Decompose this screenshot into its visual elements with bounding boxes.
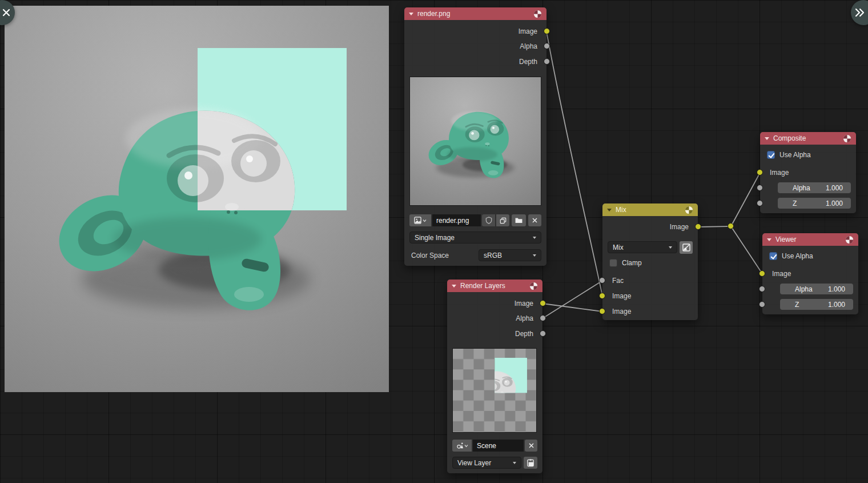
link-image-to-mix[interactable] [546,31,602,296]
scene-icon [456,442,464,449]
clamp-label: Clamp [622,259,642,267]
output-label-alpha: Alpha [516,314,533,322]
use-alpha-checkbox[interactable] [767,151,775,159]
input-socket-alpha[interactable] [759,286,765,292]
node-composite[interactable]: Composite Use Alpha Image Alpha 1.000 Z … [760,132,856,213]
chevron-down-icon [533,254,536,257]
input-socket-image[interactable] [757,169,763,175]
render-layer-button[interactable] [524,457,537,469]
open-image-button[interactable] [512,214,526,226]
unlink-scene-button[interactable] [525,440,537,452]
scene-browse-button[interactable] [452,440,472,452]
backdrop-image [5,6,389,392]
input-socket-alpha[interactable] [757,185,763,191]
node-viewer-header[interactable]: Viewer [762,233,858,246]
node-render-layers-title: Render Layers [460,282,505,290]
output-socket-alpha[interactable] [540,315,546,321]
chevron-down-icon [513,462,516,464]
node-composite-header[interactable]: Composite [760,132,856,145]
z-value-field[interactable]: Z 1.000 [780,299,853,310]
node-preview-sphere-icon [685,206,693,214]
output-socket-image[interactable] [695,223,701,230]
render-layers-preview [452,348,537,433]
output-label-image: Image [670,223,689,231]
collapse-arrow-icon[interactable] [607,209,612,211]
node-image-header[interactable]: render.png [404,7,546,20]
node-preview-sphere-icon [845,235,854,244]
input-socket-fac[interactable] [599,277,605,284]
use-alpha-label: Use Alpha [779,151,811,159]
copy-icon [500,217,507,224]
image-browse-button[interactable] [409,214,431,226]
node-preview-sphere-icon [529,282,538,290]
fake-user-button[interactable] [482,214,495,226]
node-render-layers-header[interactable]: Render Layers [447,280,542,292]
output-label-depth: Depth [519,58,537,66]
node-mix-title: Mix [616,206,626,214]
node-render-layers[interactable]: Render Layers Image Alpha Depth Scene [447,280,542,473]
z-value-field[interactable]: Z 1.000 [778,198,851,209]
output-socket-alpha[interactable] [544,43,550,49]
shield-icon [485,217,492,224]
output-socket-depth[interactable] [540,330,546,337]
unlink-image-button[interactable] [528,214,541,226]
output-socket-image[interactable] [544,28,550,34]
input-label-image: Image [772,270,791,278]
image-name-field[interactable]: render.png [432,214,481,226]
image-alpha-icon [682,244,690,252]
view-layer-dropdown[interactable]: View Layer [452,457,521,469]
node-viewer[interactable]: Viewer Use Alpha Image Alpha 1.000 Z 1.0… [762,233,858,314]
alpha-value-field[interactable]: Alpha 1.000 [778,182,851,193]
scene-name-field[interactable]: Scene [473,440,524,452]
render-still-icon [527,459,535,467]
input-socket-image[interactable] [759,270,765,277]
color-space-label: Color Space [411,252,449,260]
output-label-depth: Depth [515,330,533,338]
color-space-dropdown[interactable]: sRGB [479,249,541,261]
reroute-node[interactable] [728,223,734,229]
duplicate-datablock-button[interactable] [496,214,509,226]
image-source-dropdown[interactable]: Single Image [409,231,541,244]
link-renderlayers-alpha-to-fac[interactable] [542,281,602,318]
input-label-image1: Image [612,292,631,300]
input-label-image2: Image [612,308,631,316]
blend-mode-dropdown[interactable]: Mix [608,241,677,253]
close-icon [529,443,534,448]
use-alpha-toggle-button[interactable] [680,241,693,254]
collapse-arrow-icon[interactable] [767,238,771,241]
input-socket-z[interactable] [759,301,765,308]
use-alpha-checkbox[interactable] [769,252,777,260]
expand-sidebar-button[interactable] [851,0,868,25]
link-mix-to-reroute[interactable] [698,226,731,227]
input-socket-image2[interactable] [599,308,605,314]
node-image[interactable]: render.png Image Alpha Depth render.png [404,7,546,266]
input-label-image: Image [770,169,789,177]
close-icon [532,218,537,223]
use-alpha-label: Use Alpha [782,252,813,260]
node-mix[interactable]: Mix Image Mix Clamp Fac Image Image [602,203,698,320]
node-preview-sphere-icon [843,134,851,143]
output-socket-image[interactable] [540,300,546,306]
output-label-image: Image [515,300,533,308]
double-chevron-right-icon [854,7,866,18]
output-socket-depth[interactable] [544,58,550,65]
link-renderlayers-image-to-mix[interactable] [542,304,602,312]
link-reroute-to-composite[interactable] [731,173,760,226]
node-mix-header[interactable]: Mix [602,203,698,216]
clamp-checkbox[interactable] [609,259,617,267]
collapse-arrow-icon[interactable] [452,285,456,288]
collapse-arrow-icon[interactable] [765,137,769,140]
compositor-node-editor: render.png Image Alpha Depth render.png [0,0,868,483]
close-icon [2,8,11,17]
collapse-arrow-icon[interactable] [409,13,413,15]
alpha-value-field[interactable]: Alpha 1.000 [780,284,853,294]
chevron-down-icon [423,219,427,222]
node-image-title: render.png [417,10,450,18]
chevron-down-icon [669,246,672,249]
input-socket-z[interactable] [757,200,763,206]
link-reroute-to-viewer[interactable] [731,226,762,274]
input-socket-image1[interactable] [599,293,605,299]
image-node-preview [409,77,541,206]
image-icon [414,217,421,224]
node-preview-sphere-icon [533,10,542,18]
